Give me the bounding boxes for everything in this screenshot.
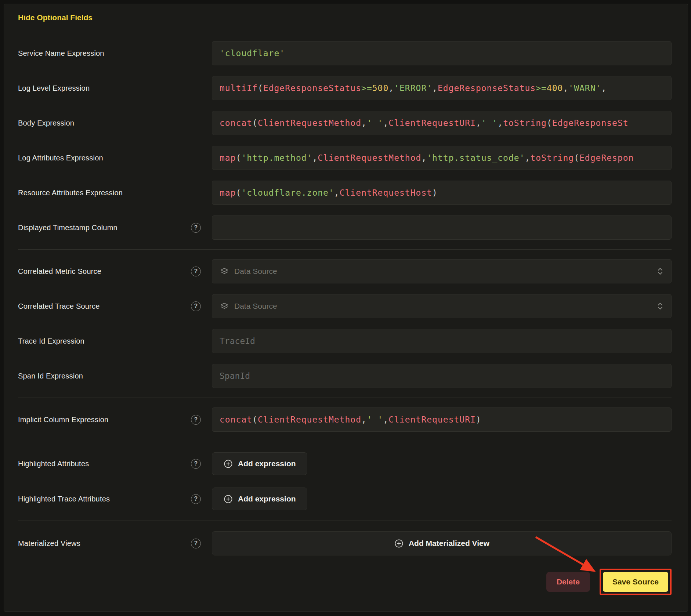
divider bbox=[18, 521, 672, 521]
annotation-highlight-box: Save Source bbox=[600, 569, 672, 595]
form-row-correlated-trace: Correlated Trace Source ? Data Source bbox=[18, 294, 672, 318]
form-row-correlated-metric: Correlated Metric Source ? Data Source bbox=[18, 259, 672, 283]
layers-icon bbox=[220, 267, 229, 276]
body-expression-label: Body Expression bbox=[18, 119, 74, 127]
circle-plus-icon bbox=[223, 459, 233, 469]
help-icon[interactable]: ? bbox=[191, 415, 201, 425]
help-icon[interactable]: ? bbox=[191, 539, 201, 548]
add-highlighted-trace-attribute-button[interactable]: Add expression bbox=[212, 488, 307, 510]
displayed-timestamp-label: Displayed Timestamp Column bbox=[18, 224, 117, 232]
log-level-label: Log Level Expression bbox=[18, 84, 90, 93]
resource-attributes-label: Resource Attributes Expression bbox=[18, 189, 123, 197]
circle-plus-icon bbox=[223, 494, 233, 504]
add-expression-label: Add expression bbox=[238, 459, 296, 468]
trace-id-label: Trace Id Expression bbox=[18, 337, 84, 345]
trace-id-expression-input[interactable] bbox=[212, 329, 672, 353]
form-row-resource-attributes: Resource Attributes Expression map('clou… bbox=[18, 181, 672, 205]
add-materialized-view-label: Add Materialized View bbox=[409, 539, 489, 548]
divider bbox=[18, 398, 672, 398]
divider bbox=[18, 30, 672, 30]
log-level-expression-input[interactable]: multiIf(EdgeResponseStatus >= 500, 'ERRO… bbox=[212, 76, 672, 100]
resource-attributes-expression-input[interactable]: map('cloudflare.zone', ClientRequestHost… bbox=[212, 181, 672, 205]
correlated-trace-source-select[interactable]: Data Source bbox=[212, 294, 672, 318]
highlighted-attributes-label: Highlighted Attributes bbox=[18, 460, 89, 468]
hide-optional-fields-link[interactable]: Hide Optional Fields bbox=[18, 13, 93, 22]
circle-plus-icon bbox=[394, 539, 404, 548]
displayed-timestamp-input[interactable] bbox=[212, 215, 672, 240]
form-row-log-attributes: Log Attributes Expression map('http.meth… bbox=[18, 146, 672, 170]
log-attributes-expression-input[interactable]: map('http.method', ClientRequestMethod, … bbox=[212, 146, 672, 170]
footer-actions: Delete Save Source bbox=[18, 569, 672, 595]
add-expression-label: Add expression bbox=[238, 494, 296, 503]
form-row-span-id: Span Id Expression bbox=[18, 364, 672, 388]
source-settings-page: Hide Optional Fields Service Name Expres… bbox=[0, 0, 691, 616]
add-highlighted-attribute-button[interactable]: Add expression bbox=[212, 452, 307, 475]
form-row-trace-id: Trace Id Expression bbox=[18, 329, 672, 353]
form-row-service-name: Service Name Expression 'cloudflare' bbox=[18, 41, 672, 65]
select-placeholder: Data Source bbox=[234, 267, 277, 276]
correlated-metric-label: Correlated Metric Source bbox=[18, 267, 101, 276]
source-settings-panel: Hide Optional Fields Service Name Expres… bbox=[4, 4, 688, 612]
log-attributes-label: Log Attributes Expression bbox=[18, 154, 103, 162]
materialized-views-label: Materialized Views bbox=[18, 539, 80, 548]
help-icon[interactable]: ? bbox=[191, 494, 201, 504]
form-row-implicit-column: Implicit Column Expression ? concat(Clie… bbox=[18, 407, 672, 432]
body-expression-input[interactable]: concat(ClientRequestMethod, ' ', ClientR… bbox=[212, 111, 672, 135]
service-name-label: Service Name Expression bbox=[18, 49, 104, 58]
span-id-expression-input[interactable] bbox=[212, 364, 672, 388]
service-name-expression-input[interactable]: 'cloudflare' bbox=[212, 41, 672, 65]
help-icon[interactable]: ? bbox=[191, 301, 201, 311]
form-row-highlighted-trace-attributes: Highlighted Trace Attributes ? Add expre… bbox=[18, 488, 672, 510]
form-row-log-level: Log Level Expression multiIf(EdgeRespons… bbox=[18, 76, 672, 100]
divider bbox=[18, 249, 672, 250]
layers-icon bbox=[220, 301, 229, 311]
help-icon[interactable]: ? bbox=[191, 267, 201, 276]
chevron-updown-icon bbox=[656, 301, 664, 311]
correlated-metric-source-select[interactable]: Data Source bbox=[212, 259, 672, 283]
highlighted-trace-attributes-label: Highlighted Trace Attributes bbox=[18, 495, 110, 503]
implicit-column-expression-input[interactable]: concat(ClientRequestMethod, ' ', ClientR… bbox=[212, 407, 672, 432]
chevron-updown-icon bbox=[656, 267, 664, 276]
form-row-displayed-timestamp: Displayed Timestamp Column ? bbox=[18, 215, 672, 240]
delete-button[interactable]: Delete bbox=[546, 572, 590, 592]
help-icon[interactable]: ? bbox=[191, 223, 201, 233]
span-id-label: Span Id Expression bbox=[18, 372, 83, 380]
help-icon[interactable]: ? bbox=[191, 459, 201, 469]
select-placeholder: Data Source bbox=[234, 302, 277, 311]
save-source-button[interactable]: Save Source bbox=[603, 572, 668, 592]
add-materialized-view-button[interactable]: Add Materialized View bbox=[212, 531, 672, 555]
correlated-trace-label: Correlated Trace Source bbox=[18, 302, 100, 311]
implicit-column-label: Implicit Column Expression bbox=[18, 416, 108, 424]
form-row-highlighted-attributes: Highlighted Attributes ? Add expression bbox=[18, 452, 672, 475]
form-row-body: Body Expression concat(ClientRequestMeth… bbox=[18, 111, 672, 135]
form-row-materialized-views: Materialized Views ? Add Materialized Vi… bbox=[18, 531, 672, 555]
